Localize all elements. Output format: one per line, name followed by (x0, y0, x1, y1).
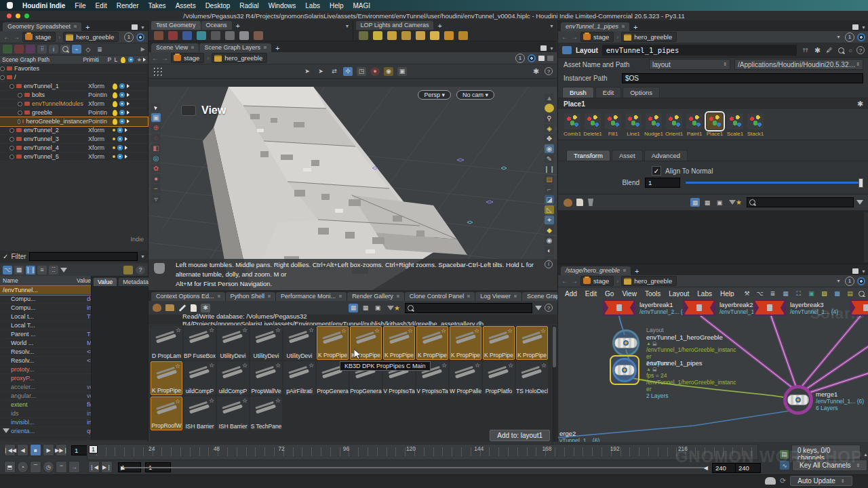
network-menu-item[interactable]: Edit (585, 290, 597, 298)
info-icon[interactable]: i (49, 45, 58, 54)
node-pipes-selected[interactable] (610, 355, 639, 385)
expander-icon[interactable] (9, 146, 14, 150)
net-pin-icon[interactable] (857, 277, 865, 285)
expander-icon[interactable] (18, 119, 20, 124)
asset-tile[interactable]: ☆ K PropPipe (416, 326, 448, 360)
hook-icon[interactable]: ⌐ (545, 185, 554, 194)
snap-icon[interactable]: − (151, 184, 161, 193)
tree-row[interactable]: heroGreeble_instancer PointIn (0, 117, 148, 126)
visibility-icon[interactable] (119, 119, 125, 124)
node-layerbreak3[interactable] (753, 300, 786, 316)
attribute-row[interactable]: Resolv...<unbound> (0, 348, 91, 357)
highlight-icon[interactable]: ◺ (545, 205, 554, 214)
refresh-icon[interactable]: ⟳ (780, 476, 786, 485)
arc-icon[interactable]: ⌒ (30, 461, 41, 473)
favorite-star-icon[interactable]: ☆ (242, 362, 248, 369)
brush-tool[interactable]: Paint1 (684, 113, 705, 137)
apple-icon[interactable] (7, 2, 13, 9)
memory-cloud-icon[interactable] (765, 477, 776, 485)
bottom-tab[interactable]: Render Gallery (347, 292, 404, 301)
shelf-tool-pig-icon[interactable] (168, 31, 178, 40)
menubar-item[interactable]: Radial (239, 2, 258, 9)
right-grid-large-icon[interactable]: ▣ (715, 198, 724, 207)
visibility-icon[interactable] (119, 110, 125, 115)
brush-tool[interactable]: Stack1 (745, 113, 766, 137)
param-tab[interactable]: Transform (566, 150, 610, 161)
minimize-window-button[interactable] (16, 14, 20, 18)
light-diamond-icon[interactable]: ◈ (545, 124, 554, 133)
range-slider[interactable]: ▶ ◀ (121, 465, 708, 470)
favorite-star-icon[interactable]: ☆ (242, 397, 248, 404)
expander-icon[interactable] (9, 137, 14, 142)
brush-tool[interactable]: Place1 (705, 113, 725, 137)
range-slider-left-handle[interactable]: ▶ (121, 465, 125, 471)
menubar-item[interactable]: MAGI (353, 2, 371, 9)
asset-tile[interactable]: ☆ TS HoloDecl (516, 361, 548, 395)
attribute-row[interactable]: Parent ...T(0.0, 0.0, 0... (0, 330, 91, 339)
box-zoom-icon[interactable]: ◳ (357, 67, 366, 76)
net-forward-icon[interactable]: → (571, 277, 578, 285)
lop-domelight-icon[interactable] (401, 31, 411, 40)
favorite-star-icon[interactable]: ☆ (541, 362, 547, 369)
mode-tab[interactable]: Options (623, 87, 660, 98)
favorite-star-icon[interactable]: ☆ (441, 362, 447, 369)
gallery-scrollbar[interactable] (552, 325, 557, 442)
asset-tile[interactable]: ☆ K PropPipe (317, 326, 349, 360)
scene-crumb-leaf[interactable]: hero_greeble (212, 53, 267, 63)
go-start-button[interactable]: ❘◀◀ (4, 444, 16, 456)
stop-render-icon[interactable]: ● (370, 67, 380, 76)
node-gear-icon[interactable]: ✱ (814, 46, 821, 55)
asset-tile[interactable]: ☆ UtilityDevi (283, 326, 315, 360)
activate-icon[interactable] (113, 110, 117, 116)
menubar-item[interactable]: Assets (176, 2, 196, 9)
bottom-tab[interactable]: Clone Control Panel (405, 292, 475, 301)
visibility-icon[interactable] (119, 101, 125, 106)
brush-tool[interactable]: Delete1 (583, 113, 603, 137)
render-settings-icon[interactable]: ▣ (397, 67, 407, 76)
shelf-tool-statue-icon[interactable] (254, 31, 263, 40)
favorite-star-icon[interactable]: ☆ (475, 362, 480, 369)
shelf-add-tab2[interactable]: + (434, 22, 445, 30)
node-info-icon[interactable]: ○ (848, 47, 852, 54)
scene-new-tab[interactable]: + (272, 44, 283, 52)
shelf-add-tab[interactable]: + (233, 22, 243, 30)
asset-tile[interactable]: ☆ UtilityDevi (217, 326, 249, 360)
show-prims-icon[interactable] (14, 45, 24, 54)
menubar-item[interactable]: File (75, 2, 85, 9)
tree-row[interactable]: envTunnel_1 Xform (0, 82, 148, 91)
ghost-icon[interactable]: ◇ (83, 45, 93, 54)
favorite-star-icon[interactable]: ☆ (209, 362, 214, 369)
add-to-layout-button[interactable]: Add to: layout1 (490, 430, 550, 441)
shelf-tab-test-geometry[interactable]: Test Geometry (151, 21, 201, 30)
follow-icon[interactable]: → (68, 461, 80, 473)
attribute-row[interactable]: orienta...quath[42]: (0, 427, 91, 436)
camera-tool-icon[interactable]: ◉ (384, 67, 393, 76)
param-tab[interactable]: Advanced (644, 150, 688, 161)
selectable-icon[interactable] (125, 155, 127, 159)
gallery-help-icon[interactable]: ? (545, 304, 553, 312)
brush-tool[interactable]: Comb1 (562, 113, 583, 137)
right-new-tab[interactable]: + (630, 23, 641, 31)
mode-tab[interactable]: Edit (595, 87, 621, 98)
view-camera-icon[interactable] (181, 105, 196, 116)
attribute-row[interactable]: extentfloat3[2]: [( (0, 401, 91, 409)
table-mode-icon[interactable]: ▦ (14, 266, 24, 274)
expander-icon[interactable] (9, 128, 14, 133)
attribute-row[interactable]: invisibl...int64[] (0, 418, 91, 427)
activate-icon[interactable] (113, 83, 117, 89)
menubar-item[interactable]: Windows (269, 2, 296, 9)
menubar-item[interactable]: Edit (95, 2, 106, 9)
paint-icon[interactable]: ✿ (151, 164, 161, 173)
grid-small-icon[interactable]: ▦ (349, 304, 358, 312)
asset-tile[interactable]: ☆ uildCompP (184, 361, 216, 395)
step-back-button[interactable]: ◀ (17, 444, 28, 456)
trash-icon[interactable] (587, 199, 594, 206)
favorite-star-icon[interactable]: ☆ (341, 327, 347, 334)
select-geometry-icon[interactable]: ➤ (316, 67, 326, 76)
help-circle-icon[interactable]: ? (136, 266, 145, 274)
bottom-tab[interactable]: Log Viewer (475, 292, 521, 301)
visibility2-icon[interactable]: ◉ (545, 236, 554, 245)
tree-row[interactable]: bolts PointIn (0, 91, 148, 100)
brush-tool[interactable]: Scale1 (725, 113, 745, 137)
blend-input[interactable]: 1 (645, 178, 680, 188)
